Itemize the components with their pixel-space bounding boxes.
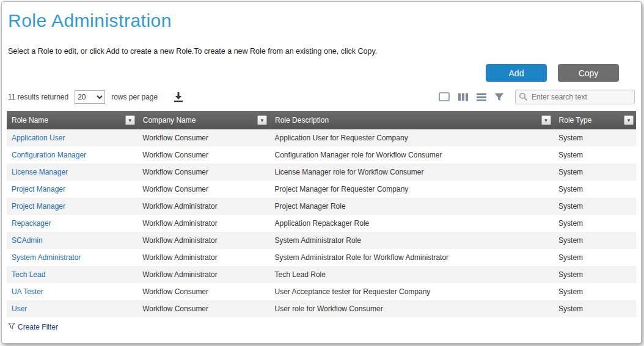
- role-type-cell: System: [554, 164, 636, 181]
- role-description-cell: System Administrator Role: [270, 232, 554, 249]
- role-type-cell: System: [554, 215, 636, 232]
- role-name-link[interactable]: License Manager: [12, 168, 68, 176]
- column-dropdown-icon[interactable]: ▼: [257, 115, 267, 125]
- column-label: Role Type: [559, 116, 592, 124]
- action-buttons: Add Copy: [2, 64, 619, 82]
- role-name-link[interactable]: System Administrator: [12, 253, 81, 262]
- company-name-cell: Workflow Consumer: [137, 129, 269, 146]
- copy-button[interactable]: Copy: [558, 64, 619, 82]
- table-header-row: Role Name ▼ Company Name ▼ Role Descript…: [7, 111, 636, 129]
- rows-icon[interactable]: [476, 92, 487, 102]
- role-name-link[interactable]: SCAdmin: [12, 236, 43, 245]
- table-row: License ManagerWorkflow ConsumerLicense …: [7, 164, 636, 181]
- column-label: Company Name: [143, 116, 196, 124]
- role-type-cell: System: [554, 129, 636, 146]
- table-row: UA TesterWorkflow ConsumerUser Acceptanc…: [7, 283, 636, 300]
- role-name-cell: Application User: [7, 129, 137, 146]
- column-dropdown-icon[interactable]: ▼: [125, 115, 135, 125]
- create-filter-link[interactable]: Create Filter: [8, 322, 58, 331]
- role-name-cell: Repackager: [7, 215, 137, 232]
- column-header-role-description[interactable]: Role Description ▼: [270, 111, 554, 129]
- search-icon: [519, 92, 528, 104]
- table-body: Application UserWorkflow ConsumerApplica…: [7, 129, 636, 317]
- role-description-cell: Project Manager for Requester Company: [270, 181, 554, 198]
- table-row: Project ManagerWorkflow ConsumerProject …: [7, 181, 636, 198]
- column-header-role-type[interactable]: Role Type ▼: [554, 111, 636, 129]
- role-name-cell: System Administrator: [7, 249, 137, 266]
- grid-footer: Create Filter: [8, 322, 641, 331]
- download-icon[interactable]: [172, 92, 185, 103]
- table-row: System AdministratorWorkflow Administrat…: [7, 249, 636, 266]
- role-name-cell: SCAdmin: [7, 232, 137, 249]
- role-name-link[interactable]: Configuration Manager: [12, 151, 86, 159]
- role-description-cell: Application Repackager Role: [270, 215, 554, 232]
- role-name-cell: Configuration Manager: [7, 146, 137, 164]
- role-name-link[interactable]: User: [12, 305, 27, 313]
- role-name-cell: License Manager: [7, 164, 137, 181]
- role-type-cell: System: [554, 232, 636, 249]
- role-description-cell: License Manager role for Workflow Consum…: [270, 164, 554, 181]
- company-name-cell: Workflow Consumer: [137, 300, 269, 317]
- role-name-cell: UA Tester: [7, 283, 137, 300]
- role-type-cell: System: [554, 266, 636, 283]
- role-description-cell: System Administrator Role for Workflow A…: [270, 249, 554, 266]
- role-description-cell: User Acceptance tester for Requester Com…: [270, 283, 554, 300]
- company-name-cell: Workflow Consumer: [137, 181, 269, 198]
- role-description-cell: Project Manager Role: [270, 198, 554, 215]
- role-name-link[interactable]: Repackager: [12, 219, 51, 228]
- filter-icon[interactable]: [494, 92, 504, 102]
- create-filter-label: Create Filter: [18, 323, 58, 331]
- role-name-link[interactable]: UA Tester: [12, 287, 43, 296]
- column-dropdown-icon[interactable]: ▼: [541, 115, 551, 125]
- search-input[interactable]: [515, 90, 635, 104]
- table-row: UserWorkflow ConsumerUser role for Workf…: [7, 300, 636, 317]
- role-name-link[interactable]: Application User: [12, 134, 65, 142]
- role-type-cell: System: [554, 181, 636, 198]
- page-title: Role Administration: [8, 10, 641, 31]
- role-type-cell: System: [554, 249, 636, 266]
- role-name-link[interactable]: Tech Lead: [12, 270, 45, 279]
- columns-icon[interactable]: [458, 92, 469, 102]
- add-button[interactable]: Add: [486, 64, 547, 82]
- role-description-cell: Configuration Manager role for Workflow …: [270, 146, 554, 164]
- company-name-cell: Workflow Consumer: [137, 164, 269, 181]
- role-name-cell: Project Manager: [7, 181, 137, 198]
- page-subtitle: Select a Role to edit, or click Add to c…: [8, 47, 641, 56]
- table-row: Project ManagerWorkflow AdministratorPro…: [7, 198, 636, 215]
- column-dropdown-icon[interactable]: ▼: [624, 115, 634, 125]
- toolbar-right: [438, 90, 635, 104]
- role-type-cell: System: [554, 300, 636, 317]
- toolbar-left: 11 results returned 20 rows per page: [8, 90, 185, 104]
- role-name-cell: Project Manager: [7, 198, 137, 215]
- role-type-cell: System: [554, 146, 636, 164]
- role-type-cell: System: [554, 198, 636, 215]
- create-filter-icon: [8, 322, 15, 331]
- role-name-cell: User: [7, 300, 137, 317]
- role-name-link[interactable]: Project Manager: [12, 202, 65, 211]
- role-name-link[interactable]: Project Manager: [12, 185, 65, 193]
- role-type-cell: System: [554, 283, 636, 300]
- role-description-cell: Application User for Requester Company: [270, 129, 554, 146]
- company-name-cell: Workflow Administrator: [137, 266, 269, 283]
- table-row: SCAdminWorkflow AdministratorSystem Admi…: [7, 232, 636, 249]
- role-description-cell: Tech Lead Role: [270, 266, 554, 283]
- role-description-cell: User role for Workflow Consumer: [270, 300, 554, 317]
- column-header-role-name[interactable]: Role Name ▼: [7, 111, 137, 129]
- grid-toolbar: 11 results returned 20 rows per page: [8, 89, 635, 105]
- table-header: Role Name ▼ Company Name ▼ Role Descript…: [7, 111, 636, 129]
- table-row: Configuration ManagerWorkflow ConsumerCo…: [7, 146, 636, 164]
- roles-table: Role Name ▼ Company Name ▼ Role Descript…: [7, 111, 636, 317]
- search-box: [515, 90, 635, 104]
- column-label: Role Name: [12, 116, 48, 124]
- table-row: Application UserWorkflow ConsumerApplica…: [7, 129, 636, 146]
- company-name-cell: Workflow Consumer: [137, 146, 269, 164]
- company-name-cell: Workflow Administrator: [137, 232, 269, 249]
- company-name-cell: Workflow Administrator: [137, 215, 269, 232]
- rows-per-page-select[interactable]: 20: [75, 90, 105, 104]
- column-header-company-name[interactable]: Company Name ▼: [137, 111, 269, 129]
- role-name-cell: Tech Lead: [7, 266, 137, 283]
- results-count: 11 results returned: [8, 93, 68, 101]
- page-icon[interactable]: [438, 92, 450, 102]
- role-administration-page: Role Administration Select a Role to edi…: [1, 1, 642, 344]
- table-row: RepackagerWorkflow AdministratorApplicat…: [7, 215, 636, 232]
